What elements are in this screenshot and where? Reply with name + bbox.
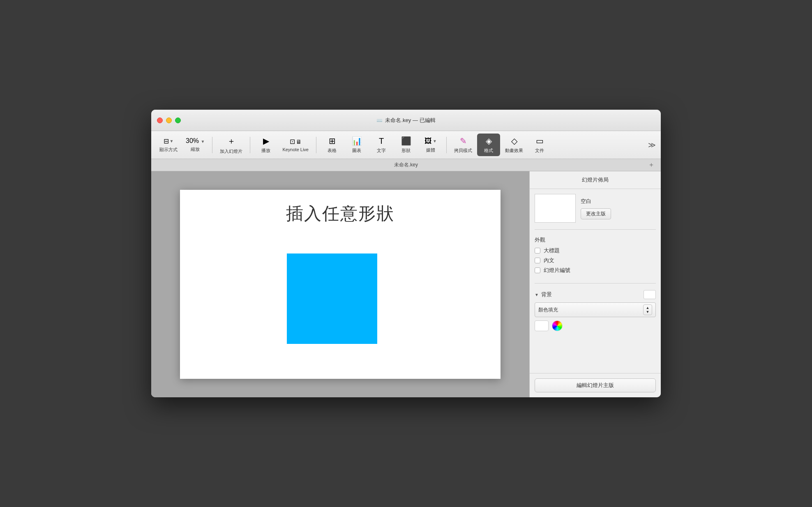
slide-shape[interactable] [287, 254, 377, 344]
zoom-button[interactable]: 30% ▼ 縮放 [182, 135, 208, 155]
background-section: ▼ 背景 顏色填充 ▲ ▼ [535, 290, 656, 331]
maximize-button[interactable] [175, 118, 181, 123]
format-button[interactable]: ◈ 格式 [477, 134, 500, 156]
checkbox-title-row: 大標題 [535, 247, 656, 254]
animation-icon: ◇ [511, 136, 517, 146]
checkbox-slide-num-row: 幻燈片編號 [535, 267, 656, 274]
edit-master-button[interactable]: 編輯幻燈片主版 [535, 378, 656, 392]
bg-fill-row: 顏色填充 ▲ ▼ [535, 302, 656, 317]
zoom-value: 30% [186, 137, 199, 144]
table-icon: ⊞ [329, 136, 336, 146]
main-window: ⌨️ 未命名.key — 已編輯 ⊟ ▼ 顯示方式 30% ▼ 縮放 ＋ 加入幻… [151, 110, 661, 397]
divider-2 [535, 283, 656, 283]
fill-type-select[interactable]: 顏色填充 ▲ ▼ [535, 302, 656, 317]
layout-section: 空白 更改主版 [535, 194, 656, 223]
minimize-button[interactable] [166, 118, 172, 123]
layout-thumbnail [535, 194, 576, 223]
keynote-live-monitor-icon: 🖥 [296, 138, 302, 145]
slide-title: 插入任意形狀 [286, 202, 394, 225]
display-mode-icon-row: ⊟ ▼ [164, 137, 174, 145]
format-icon: ◈ [486, 136, 492, 146]
slide-canvas: 插入任意形狀 [180, 190, 501, 379]
media-icon: 🖼 [424, 137, 432, 145]
traffic-lights [157, 118, 181, 123]
main-area: 插入任意形狀 幻燈片佈局 空白 更改主版 [151, 171, 661, 397]
display-mode-label: 顯示方式 [159, 147, 178, 153]
zoom-value-row: 30% ▼ [186, 137, 205, 145]
shape-icon: ⬛ [401, 136, 411, 146]
titlebar: ⌨️ 未命名.key — 已編輯 [151, 110, 661, 131]
document-label: 文件 [535, 147, 544, 154]
slide-num-checkbox-label: 幻燈片編號 [544, 267, 570, 274]
sep-4 [446, 137, 447, 153]
appearance-section: 外觀 大標題 內文 幻燈片編號 [535, 236, 656, 277]
fill-type-label: 顏色填充 [538, 307, 558, 313]
change-master-button[interactable]: 更改主版 [581, 208, 611, 219]
color-wheel-button[interactable] [552, 320, 563, 331]
layout-name: 空白 [581, 198, 611, 205]
body-checkbox[interactable] [535, 258, 540, 263]
sep-2 [250, 137, 250, 153]
animation-button[interactable]: ◇ 動畫效果 [502, 134, 526, 156]
media-icon-row: 🖼 ▼ [424, 137, 437, 145]
shape-button[interactable]: ⬛ 形狀 [394, 134, 418, 156]
title-text: 未命名.key — 已編輯 [385, 117, 435, 124]
copy-style-label: 拷貝樣式 [454, 147, 472, 154]
close-button[interactable] [157, 118, 163, 123]
body-checkbox-label: 內文 [544, 257, 554, 264]
slide-num-checkbox[interactable] [535, 267, 540, 273]
document-icon: ▭ [536, 136, 544, 146]
document-icon: ⌨️ [376, 118, 383, 123]
animation-label: 動畫效果 [505, 147, 523, 154]
sep-3 [316, 137, 316, 153]
title-checkbox[interactable] [535, 248, 540, 254]
play-icon: ▶ [263, 136, 269, 146]
bg-collapse-icon[interactable]: ▼ [535, 293, 539, 297]
layout-info: 空白 更改主版 [581, 198, 611, 219]
document-button[interactable]: ▭ 文件 [528, 134, 551, 156]
color-picker-row [535, 320, 656, 331]
bg-header-row: ▼ 背景 [535, 290, 656, 299]
tabbar: 未命名.key ＋ [151, 159, 661, 171]
color-swatch[interactable] [535, 320, 549, 331]
appearance-title: 外觀 [535, 236, 545, 244]
play-label: 播放 [261, 147, 270, 154]
fill-type-stepper[interactable]: ▲ ▼ [643, 304, 652, 315]
keynote-live-icon-row: ⊡ 🖥 [290, 138, 302, 145]
play-button[interactable]: ▶ 播放 [254, 134, 277, 156]
table-button[interactable]: ⊞ 表格 [321, 134, 344, 156]
bg-color-preview[interactable] [644, 290, 656, 299]
chart-label: 圖表 [352, 147, 361, 154]
keynote-live-button[interactable]: ⊡ 🖥 Keynote Live [279, 135, 312, 154]
table-label: 表格 [328, 147, 337, 154]
chart-button[interactable]: 📊 圖表 [345, 134, 368, 156]
display-mode-chevron: ▼ [170, 139, 174, 143]
toolbar-expand-button[interactable]: ≫ [648, 141, 656, 150]
text-icon: T [379, 136, 384, 146]
add-slide-button[interactable]: ＋ 加入幻燈片 [217, 133, 246, 157]
panel-footer: 編輯幻燈片主版 [530, 373, 661, 397]
chart-icon: 📊 [352, 136, 362, 146]
add-tab-button[interactable]: ＋ [647, 161, 656, 170]
sep-1 [212, 137, 212, 153]
bg-title: 背景 [541, 291, 552, 298]
media-button[interactable]: 🖼 ▼ 媒體 [419, 134, 442, 156]
display-mode-button[interactable]: ⊟ ▼ 顯示方式 [156, 135, 181, 155]
panel-content: 空白 更改主版 外觀 大標題 內文 [530, 189, 661, 373]
toolbar: ⊟ ▼ 顯示方式 30% ▼ 縮放 ＋ 加入幻燈片 ▶ 播放 [151, 131, 661, 159]
keynote-live-icon: ⊡ [290, 138, 295, 145]
zoom-chevron: ▼ [201, 139, 205, 144]
text-button[interactable]: T 文字 [370, 134, 393, 156]
copy-style-icon: ✎ [460, 136, 467, 146]
divider-1 [535, 229, 656, 230]
keynote-live-label: Keynote Live [282, 147, 309, 152]
checkbox-body-row: 內文 [535, 257, 656, 264]
appearance-title-row: 外觀 [535, 236, 656, 244]
shape-label: 形狀 [401, 147, 411, 154]
text-label: 文字 [377, 147, 386, 154]
format-label: 格式 [484, 147, 493, 154]
media-label: 媒體 [426, 147, 435, 153]
canvas-area: 插入任意形狀 [151, 171, 529, 397]
zoom-label: 縮放 [191, 146, 200, 152]
copy-style-button[interactable]: ✎ 拷貝樣式 [451, 134, 475, 156]
